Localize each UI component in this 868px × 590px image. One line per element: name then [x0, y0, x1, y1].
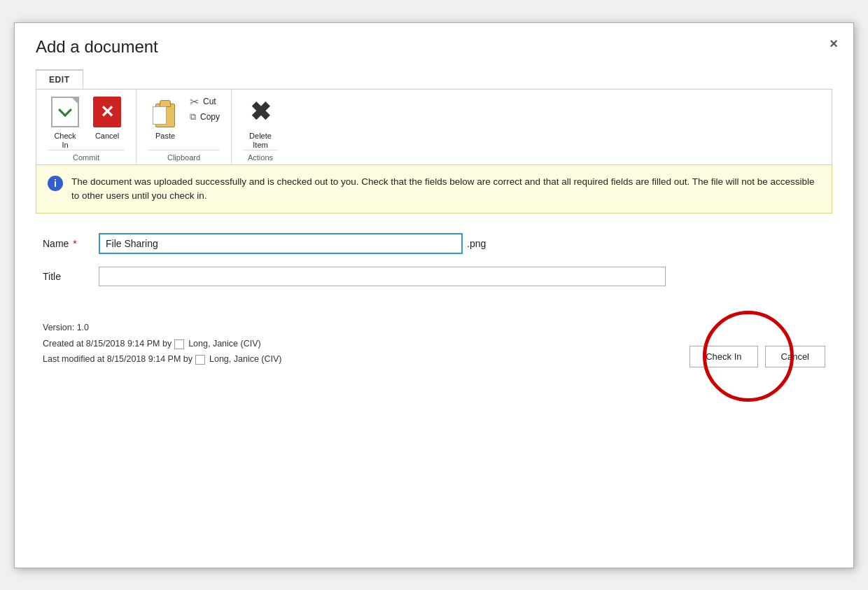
ribbon-cancel-button[interactable]: ✕ Cancel [90, 95, 125, 141]
created-user-icon [174, 339, 184, 349]
info-text: The document was uploaded successfully a… [71, 175, 820, 204]
cancel-x-symbol: ✕ [100, 104, 114, 120]
dialog-title: Add a document [36, 37, 832, 57]
delete-icon: ✖ [246, 97, 274, 127]
ribbon-group-commit: CheckIn ✕ Cancel Commit [36, 90, 136, 164]
version-text: Version: 1.0 [43, 320, 282, 336]
tab-edit[interactable]: EDIT [36, 69, 83, 89]
title-input[interactable] [99, 267, 666, 286]
check-in-button[interactable]: CheckIn [48, 95, 83, 150]
actions-items: ✖ DeleteItem [243, 95, 278, 150]
info-icon: i [48, 176, 63, 191]
cut-label: Cut [203, 97, 216, 106]
meta-info: Version: 1.0 Created at 8/15/2018 9:14 P… [43, 320, 282, 367]
check-in-icon-box [48, 95, 82, 129]
paste-doc-shape [153, 106, 167, 125]
check-in-arrow [58, 103, 72, 117]
created-text: Created at 8/15/2018 9:14 PM by Long, Ja… [43, 336, 282, 352]
cancel-icon-box: ✕ [90, 95, 124, 129]
footer: Version: 1.0 Created at 8/15/2018 9:14 P… [36, 320, 832, 367]
required-star: * [70, 238, 76, 249]
commit-group-label: Commit [48, 150, 125, 162]
name-label: Name * [43, 238, 99, 249]
title-row: Title [43, 267, 825, 286]
check-in-label: CheckIn [54, 132, 76, 150]
cut-button[interactable]: ✂ Cut [190, 95, 220, 108]
form-section: Name * .png Title [36, 213, 832, 306]
commit-items: CheckIn ✕ Cancel [48, 95, 125, 150]
delete-icon-box: ✖ [244, 95, 277, 129]
copy-button[interactable]: ⧉ Copy [190, 111, 220, 122]
modified-text: Last modified at 8/15/2018 9:14 PM by Lo… [43, 351, 282, 367]
paste-icon [151, 97, 179, 127]
cancel-label: Cancel [95, 132, 119, 141]
cancel-icon: ✕ [93, 97, 121, 127]
name-row: Name * .png [43, 233, 825, 254]
check-in-icon [51, 97, 79, 127]
check-in-footer-button[interactable]: Check In [690, 346, 757, 367]
cancel-footer-button[interactable]: Cancel [765, 346, 825, 367]
ribbon: CheckIn ✕ Cancel Commit [36, 89, 832, 165]
paste-icon-box [148, 95, 182, 129]
name-input-wrap: .png [99, 233, 825, 254]
delete-x-symbol: ✖ [250, 99, 271, 125]
actions-group-label: Actions [243, 150, 278, 162]
modified-user-icon [195, 355, 205, 365]
add-document-dialog: Add a document × EDIT CheckIn [14, 22, 854, 568]
name-extension: .png [467, 238, 486, 249]
clipboard-items: Paste ✂ Cut ⧉ Copy [148, 95, 220, 150]
delete-item-button[interactable]: ✖ DeleteItem [243, 95, 278, 150]
ribbon-group-actions: ✖ DeleteItem Actions [232, 90, 289, 164]
cut-icon: ✂ [190, 95, 199, 108]
title-label: Title [43, 271, 99, 282]
clipboard-group-label: Clipboard [148, 150, 220, 162]
ribbon-group-clipboard: Paste ✂ Cut ⧉ Copy Clipboard [136, 90, 232, 164]
paste-label: Paste [155, 132, 175, 141]
footer-buttons: Check In Cancel [690, 346, 825, 367]
delete-item-label: DeleteItem [249, 132, 272, 150]
name-input[interactable] [99, 233, 463, 254]
cut-copy-group: ✂ Cut ⧉ Copy [190, 95, 220, 122]
info-banner: i The document was uploaded successfully… [36, 165, 832, 214]
copy-icon: ⧉ [190, 111, 196, 122]
copy-label: Copy [200, 112, 220, 122]
paste-button[interactable]: Paste [148, 95, 183, 141]
tab-bar: EDIT [36, 69, 832, 89]
close-button[interactable]: × [830, 36, 838, 52]
